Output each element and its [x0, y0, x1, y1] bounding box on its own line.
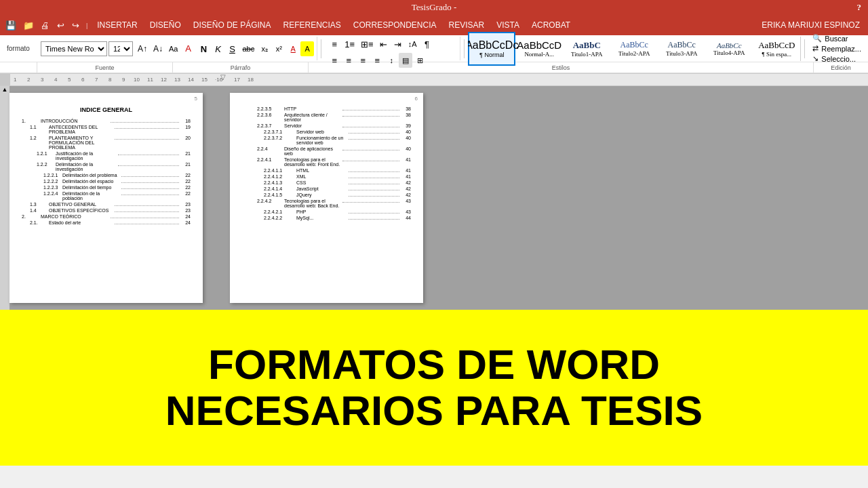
- style-normal-preview: AaBbCcDc: [468, 39, 518, 52]
- style-titulo1-label: Titulo1-APA: [571, 51, 602, 58]
- style-normal-a-label: Normal-A...: [524, 51, 554, 58]
- styles-section: AaBbCcDc ¶ Normal AaBbCcD Normal-A... Aa…: [468, 32, 801, 66]
- toc-entry-1: 1. INTRODUCCIÓN 18: [22, 119, 191, 123]
- menu-acrobat[interactable]: ACROBAT: [526, 18, 576, 32]
- style-titulo2[interactable]: AaBbCc Titulo2-APA: [610, 32, 658, 66]
- quick-print-icon[interactable]: 🖨: [38, 18, 52, 33]
- decrease-font-btn[interactable]: A↓: [151, 41, 165, 56]
- toc-entry-2-1: 2.1. Estado del arte 24: [22, 220, 191, 225]
- style-normal[interactable]: AaBbCcDc ¶ Normal: [468, 32, 515, 66]
- sort-btn[interactable]: ↕A: [406, 37, 420, 52]
- style-titulo3[interactable]: AaBbCc Titulo3-APA: [658, 32, 705, 66]
- style-titulo1[interactable]: AaBbC Titulo1-APA: [563, 32, 610, 66]
- toc-entry-2-2-4-2-1: 2.2.4.2.1 PHP 43: [242, 209, 411, 214]
- paragraph-section: ≡ 1≡ ⊞≡ ⇤ ⇥ ↕A ¶ ≡ ≡ ≡ ≡ ↕ ▤ ⊞: [325, 37, 460, 60]
- search-btn[interactable]: 🔍 Buscar: [811, 33, 863, 43]
- user-name: ERIKA MARIUXI ESPINOZ: [762, 20, 865, 30]
- toc-entry-2-2-3-5: 2.2.3.5 HTTP 38: [242, 106, 411, 111]
- toc-entry-1-2-2-1: 1.2.2.1 Delimitación del problema 22: [22, 173, 191, 178]
- change-case-btn[interactable]: Aa: [166, 41, 180, 56]
- styles-scroll: ▲ ▼ ⊞: [800, 37, 801, 61]
- styles-more[interactable]: ⊞: [800, 53, 801, 61]
- superscript-btn[interactable]: x²: [272, 41, 285, 56]
- menu-revisar[interactable]: REVISAR: [443, 18, 490, 32]
- toc-entry-2-2-4-1-3: 2.2.4.1.3 CSS 42: [242, 180, 411, 185]
- title-bar: TesisGrado - ?: [0, 0, 868, 15]
- decrease-indent-btn[interactable]: ⇤: [377, 37, 391, 52]
- vertical-scrollbar-area: ▲: [0, 86, 9, 310]
- ribbon: 💾 📁 🖨 ↩ ↪ | INSERTAR DISEÑO DISEÑO DE PÁ…: [0, 15, 868, 74]
- toc-entry-2-2-4-1-4: 2.2.4.1.4 JavaScript 42: [242, 186, 411, 191]
- underline-btn[interactable]: S: [226, 41, 239, 56]
- styles-scroll-down[interactable]: ▼: [800, 45, 801, 53]
- increase-indent-btn[interactable]: ⇥: [391, 37, 405, 52]
- menu-vista[interactable]: VISTA: [491, 18, 525, 32]
- strikethrough-btn[interactable]: abc: [240, 41, 258, 56]
- quick-redo-icon[interactable]: ↪: [68, 18, 82, 33]
- style-normal-label: ¶ Normal: [479, 52, 504, 58]
- italic-btn[interactable]: K: [212, 41, 225, 56]
- multilevel-btn[interactable]: ⊞≡: [358, 37, 376, 52]
- divider-1: [321, 39, 321, 58]
- menu-referencias[interactable]: REFERENCIAS: [278, 18, 347, 32]
- doc-title-5[interactable]: INDICE GENERAL: [22, 106, 191, 113]
- section-label-edicion: Edición: [814, 62, 868, 73]
- doc-page-5: 5 INDICE GENERAL 1. INTRODUCCIÓN 18 1.1 …: [9, 93, 203, 303]
- menu-insertar[interactable]: INSERTAR: [92, 18, 143, 32]
- bullets-btn[interactable]: ≡: [328, 37, 341, 52]
- style-sin-espacio[interactable]: AaBbCcD ¶ Sin espa...: [753, 32, 800, 66]
- replace-btn[interactable]: ⇄ Reemplaz...: [811, 43, 863, 54]
- show-formatting-btn[interactable]: ¶: [420, 37, 434, 52]
- menu-correspondencia[interactable]: CORRESPONDENCIA: [348, 18, 442, 32]
- font-section: Times New Ro 12 A↑ A↓ Aa A N K S abc x₂ …: [38, 37, 317, 60]
- numbering-btn[interactable]: 1≡: [342, 37, 357, 52]
- toolbar-row-1: formato Times New Ro 12 A↑ A↓ Aa A N K S: [0, 35, 868, 62]
- replace-icon: ⇄: [812, 44, 818, 53]
- style-normal-a[interactable]: AaBbCcD Normal-A...: [515, 32, 563, 66]
- style-sin-espacio-label: ¶ Sin espa...: [762, 51, 791, 58]
- toc-entry-2-2-3-7-2: 2.2.3.7.2 Funcionamiento de un servidor …: [242, 136, 411, 145]
- section-labels-row: Fuente Párrafo Estilos Edición: [0, 62, 868, 73]
- menu-diseno[interactable]: DISEÑO: [144, 18, 186, 32]
- section-label-placeholder: [0, 62, 37, 73]
- bold-btn[interactable]: N: [197, 41, 211, 56]
- menu-diseno-pagina[interactable]: DISEÑO DE PÁGINA: [188, 18, 277, 32]
- editing-section: 🔍 Buscar ⇄ Reemplaz... ↘ Seleccio...: [808, 32, 865, 65]
- scroll-up-btn[interactable]: ▲: [2, 86, 8, 93]
- style-titulo4[interactable]: AaBbCc Titulo4-APA: [705, 32, 753, 66]
- document-title: TesisGrado -: [412, 2, 457, 13]
- search-icon: 🔍: [812, 34, 822, 43]
- clear-format-btn[interactable]: A: [182, 41, 195, 56]
- style-normal-a-preview: AaBbCcD: [517, 39, 561, 51]
- toc-entry-2-2-4: 2.2.4 Diseño de aplicaciones web 40: [242, 146, 411, 156]
- quick-undo-icon[interactable]: ↩: [54, 18, 67, 33]
- font-name-selector[interactable]: Times New Ro: [41, 41, 107, 56]
- section-label-estilos: Estilos: [309, 62, 814, 73]
- menu-items: INSERTAR DISEÑO DISEÑO DE PÁGINA REFEREN…: [92, 18, 576, 32]
- style-titulo3-preview: AaBbCc: [668, 40, 696, 50]
- style-sin-espacio-preview: AaBbCcD: [758, 40, 795, 51]
- toc-entry-2-2-3-7: 2.2.3.7 Servidor 39: [242, 123, 411, 128]
- toc-entry-2-2-4-1: 2.2.4.1 Tecnologías para el desarrollo w…: [242, 157, 411, 167]
- subscript-btn[interactable]: x₂: [258, 41, 271, 56]
- toc-entry-2-2-4-2: 2.2.4.2 Tecnologías para el desarrollo w…: [242, 199, 411, 208]
- help-icon[interactable]: ?: [857, 2, 862, 13]
- toc-entry-1-1: 1.1 ANTECEDENTES DEL PROBLEMA 19: [22, 125, 191, 134]
- toc-entry-1-2: 1.2 PLANTEAMIENTO Y FORMULACIÓN DEL PROB…: [22, 136, 191, 150]
- style-titulo4-preview: AaBbCc: [717, 41, 742, 49]
- font-size-selector[interactable]: 12: [108, 41, 133, 56]
- ruler-margin-left: [0, 74, 10, 85]
- styles-scroll-up[interactable]: ▲: [800, 37, 801, 45]
- page-gap: [203, 86, 230, 310]
- section-label-fuente: Fuente: [37, 62, 173, 73]
- format-label: formato: [3, 45, 37, 52]
- font-color-btn[interactable]: A: [286, 41, 300, 56]
- toc-entry-2-2-3-6: 2.2.3.6 Arquitectura cliente / servidor …: [242, 113, 411, 122]
- style-titulo3-label: Titulo3-APA: [666, 50, 697, 57]
- highlight-btn[interactable]: A: [300, 41, 314, 56]
- section-label-parrafo: Párrafo: [173, 62, 309, 73]
- quick-open-icon[interactable]: 📁: [20, 18, 37, 33]
- quick-save-icon[interactable]: 💾: [3, 18, 19, 33]
- increase-font-btn[interactable]: A↑: [135, 41, 150, 56]
- style-titulo4-label: Titulo4-APA: [713, 49, 745, 56]
